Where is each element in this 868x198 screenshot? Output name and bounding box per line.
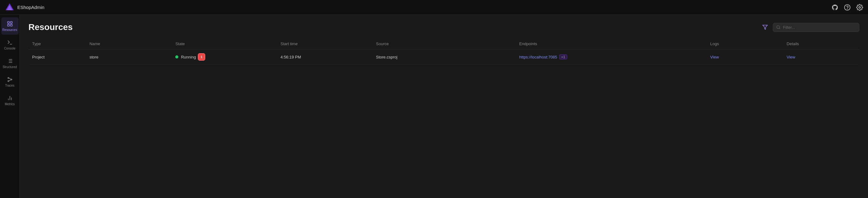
header-actions xyxy=(761,23,859,32)
endpoint-more-badge[interactable]: +1 xyxy=(559,54,567,59)
svg-point-4 xyxy=(859,6,861,8)
table-body: Project store Running 1 4:56:19 PM Store… xyxy=(28,50,859,65)
sidebar-structured-label: Structured xyxy=(2,65,17,69)
endpoint-url[interactable]: https://localhost:7085 xyxy=(519,55,557,59)
sidebar-item-console[interactable]: Console xyxy=(1,36,19,53)
sidebar-item-traces[interactable]: Traces xyxy=(1,73,19,90)
search-icon xyxy=(776,25,780,29)
app-title: EShopAdmin xyxy=(17,5,44,10)
app-logo-icon xyxy=(5,3,14,12)
col-header-source: Source xyxy=(372,38,515,50)
cell-state: Running 1 xyxy=(172,50,277,65)
col-header-endpoints: Endpoints xyxy=(516,38,707,50)
page-title: Resources xyxy=(28,22,761,32)
notification-badge[interactable]: 1 xyxy=(198,54,205,60)
sidebar-console-label: Console xyxy=(4,47,16,50)
table-row: Project store Running 1 4:56:19 PM Store… xyxy=(28,50,859,65)
filter-icon xyxy=(762,24,768,30)
metrics-icon xyxy=(7,95,13,101)
cell-details: View xyxy=(783,50,859,65)
main-layout: Resources Console Structured xyxy=(0,15,868,198)
svg-line-26 xyxy=(779,28,780,29)
svg-rect-8 xyxy=(10,24,12,26)
running-indicator xyxy=(175,55,178,58)
logs-view-link[interactable]: View xyxy=(710,55,719,59)
svg-rect-6 xyxy=(10,21,12,23)
search-box xyxy=(773,23,859,32)
svg-line-20 xyxy=(9,80,11,81)
resources-table: Type Name State Start time Source Endpoi… xyxy=(28,38,859,65)
sidebar-item-structured[interactable]: Structured xyxy=(1,54,19,72)
resources-table-container: Type Name State Start time Source Endpoi… xyxy=(28,38,859,191)
cell-endpoints: https://localhost:7085 +1 xyxy=(516,50,707,65)
sidebar: Resources Console Structured xyxy=(0,15,20,198)
sidebar-resources-label: Resources xyxy=(2,28,17,32)
traces-icon xyxy=(7,77,13,83)
svg-rect-5 xyxy=(7,21,9,23)
col-header-details: Details xyxy=(783,38,859,50)
page-header: Resources xyxy=(28,22,859,32)
content-area: Resources xyxy=(20,15,868,198)
help-icon[interactable] xyxy=(844,4,851,11)
svg-rect-7 xyxy=(7,24,9,26)
col-header-logs: Logs xyxy=(707,38,783,50)
cell-type: Project xyxy=(28,50,86,65)
resources-icon xyxy=(7,21,13,27)
svg-line-19 xyxy=(9,78,11,79)
app-logo: EShopAdmin xyxy=(5,3,44,12)
table-header: Type Name State Start time Source Endpoi… xyxy=(28,38,859,50)
cell-logs: View xyxy=(707,50,783,65)
console-icon xyxy=(7,39,13,46)
sidebar-item-metrics[interactable]: Metrics xyxy=(1,91,19,109)
svg-point-25 xyxy=(777,26,780,28)
col-header-start-time: Start time xyxy=(277,38,372,50)
details-view-link[interactable]: View xyxy=(787,55,795,59)
github-icon[interactable] xyxy=(832,4,838,11)
sidebar-item-resources[interactable]: Resources xyxy=(1,17,19,35)
filter-button[interactable] xyxy=(761,23,770,32)
cell-source: Store.csproj xyxy=(372,50,515,65)
svg-marker-24 xyxy=(763,25,768,29)
state-container: Running 1 xyxy=(175,54,273,60)
endpoints-container: https://localhost:7085 +1 xyxy=(519,54,703,59)
svg-point-16 xyxy=(8,77,9,78)
col-header-name: Name xyxy=(86,38,172,50)
col-header-state: State xyxy=(172,38,277,50)
cell-name: store xyxy=(86,50,172,65)
col-header-type: Type xyxy=(28,38,86,50)
structured-icon xyxy=(7,58,13,64)
sidebar-metrics-label: Metrics xyxy=(5,103,14,106)
state-label: Running xyxy=(181,55,196,59)
sidebar-traces-label: Traces xyxy=(5,84,14,87)
cell-start-time: 4:56:19 PM xyxy=(277,50,372,65)
svg-point-17 xyxy=(11,79,12,80)
topbar: EShopAdmin xyxy=(0,0,868,15)
search-input[interactable] xyxy=(783,25,856,30)
settings-icon[interactable] xyxy=(856,4,863,11)
topbar-icons xyxy=(832,4,863,11)
svg-point-18 xyxy=(8,80,9,81)
